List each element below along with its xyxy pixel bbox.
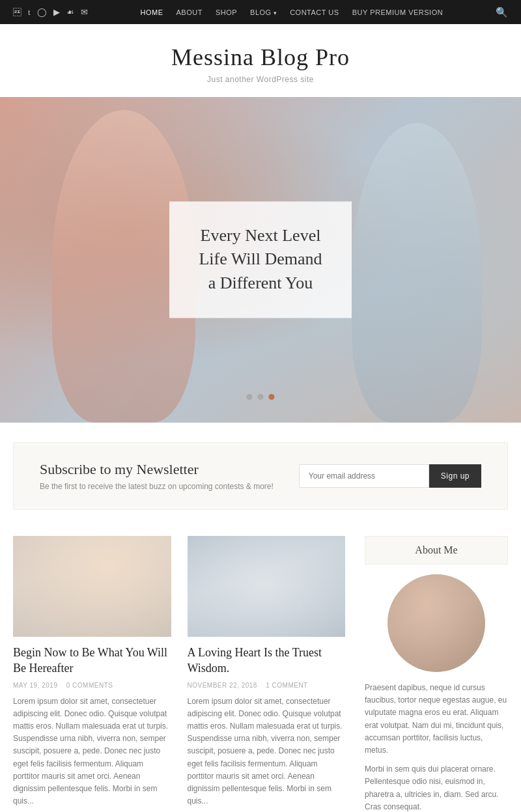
post-title-2[interactable]: A Loving Heart Is the Truest Wisdom. [188, 645, 346, 677]
nav-about[interactable]: ABOUT [176, 8, 202, 16]
about-avatar [387, 574, 485, 672]
site-tagline: Just another WordPress site [13, 75, 508, 84]
slider-dot-2[interactable] [258, 394, 264, 400]
instagram-icon[interactable]: ◯ [37, 7, 47, 18]
post-meta-2: NOVEMBER 22, 2018 1 COMMENT [188, 682, 346, 689]
email-icon[interactable]: ✉ [81, 7, 88, 18]
hero-slider: Every Next Level Life Will Demand a Diff… [0, 97, 521, 423]
newsletter-heading: Subscribe to my Newsletter [40, 461, 274, 478]
post-comments-2: 1 COMMENT [266, 682, 308, 689]
search-icon[interactable]: 🔍 [496, 7, 508, 18]
nav-shop[interactable]: SHOP [216, 8, 237, 16]
youtube-icon[interactable]: ▶ [53, 7, 60, 18]
nav-premium[interactable]: BUY PREMIUM VERSION [352, 8, 444, 16]
post-image-2[interactable] [188, 536, 346, 637]
nav-contact[interactable]: CONTACT US [290, 8, 339, 16]
newsletter-form: Sign up [299, 464, 481, 488]
newsletter-email-input[interactable] [299, 464, 429, 488]
sidebar: About Me Praesent dapibus, neque id curs… [365, 536, 508, 812]
newsletter-section: Subscribe to my Newsletter Be the first … [13, 442, 508, 510]
hero-title: Every Next Level Life Will Demand a Diff… [199, 224, 322, 295]
newsletter-text: Subscribe to my Newsletter Be the first … [40, 461, 274, 491]
facebook-icon[interactable]:  [13, 7, 21, 18]
post-title-1[interactable]: Begin Now to Be What You Will Be Hereaft… [13, 645, 171, 677]
nav-home[interactable]: HOME [140, 8, 163, 16]
slider-dot-1[interactable] [247, 394, 253, 400]
slider-dots [247, 394, 275, 400]
hero-content-box: Every Next Level Life Will Demand a Diff… [169, 201, 352, 318]
pinterest-icon[interactable]: ☙ [66, 7, 74, 18]
about-widget: About Me Praesent dapibus, neque id curs… [365, 536, 508, 812]
post-date-1: MAY 19, 2019 [13, 682, 57, 689]
post-excerpt-1: Lorem ipsum dolor sit amet, consectetuer… [13, 695, 171, 808]
twitter-icon[interactable]: t [28, 7, 31, 18]
about-text-2: Morbi in sem quis dui placerat ornare. P… [365, 763, 508, 812]
top-navigation:  t ◯ ▶ ☙ ✉ HOME ABOUT SHOP BLOG CONTACT… [0, 0, 521, 24]
post-excerpt-2: Lorem ipsum dolor sit amet, consectetuer… [188, 695, 346, 808]
main-menu: HOME ABOUT SHOP BLOG CONTACT US BUY PREM… [140, 8, 443, 16]
post-date-2: NOVEMBER 22, 2018 [188, 682, 257, 689]
post-comments-1: 0 COMMENTS [66, 682, 113, 689]
main-content: Begin Now to Be What You Will Be Hereaft… [0, 529, 521, 812]
post-image-1[interactable] [13, 536, 171, 637]
post-meta-1: MAY 19, 2019 0 COMMENTS [13, 682, 171, 689]
site-header: Messina Blog Pro Just another WordPress … [0, 24, 521, 97]
posts-grid: Begin Now to Be What You Will Be Hereaft… [13, 536, 345, 812]
post-card-2: A Loving Heart Is the Truest Wisdom. NOV… [188, 536, 346, 812]
about-text-1: Praesent dapibus, neque id cursus faucib… [365, 682, 508, 757]
newsletter-subtext: Be the first to receive the latest buzz … [40, 482, 274, 491]
post-thumbnail-2 [188, 536, 346, 637]
post-card-1: Begin Now to Be What You Will Be Hereaft… [13, 536, 171, 812]
posts-column: Begin Now to Be What You Will Be Hereaft… [13, 536, 345, 812]
newsletter-signup-button[interactable]: Sign up [429, 464, 481, 488]
social-icons-nav:  t ◯ ▶ ☙ ✉ [13, 7, 88, 18]
nav-blog[interactable]: BLOG [250, 8, 277, 16]
about-widget-title: About Me [365, 536, 508, 565]
site-title: Messina Blog Pro [13, 44, 508, 71]
post-thumbnail-1 [13, 536, 171, 637]
slider-dot-3[interactable] [269, 394, 275, 400]
